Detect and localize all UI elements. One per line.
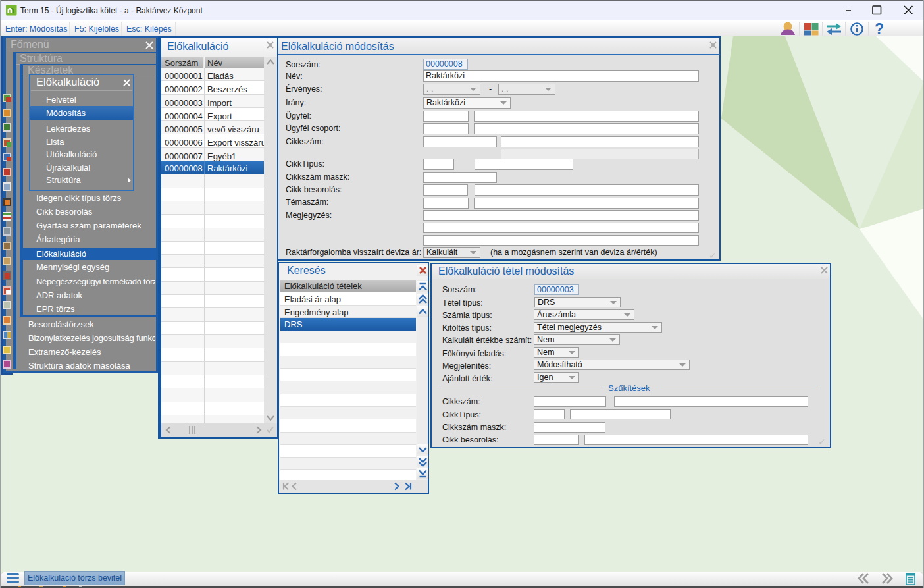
svg-text:?: ?	[875, 20, 884, 38]
